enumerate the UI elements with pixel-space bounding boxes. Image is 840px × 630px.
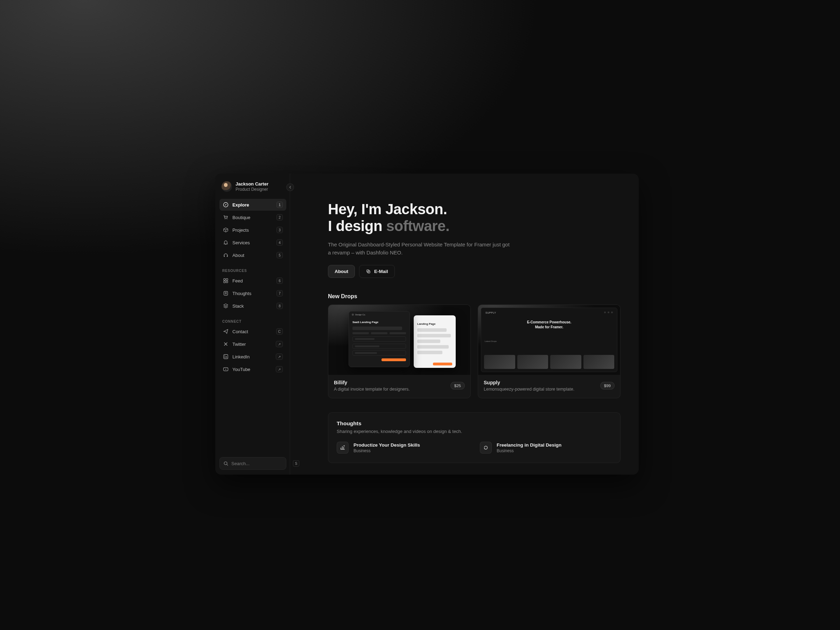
- youtube-icon: [223, 366, 229, 372]
- search-input[interactable]: [231, 461, 290, 466]
- preview-supply-window: SUPPLY E-Commerce Powerhouse. Made for F…: [481, 308, 617, 372]
- sidebar-collapse-button[interactable]: [286, 183, 294, 191]
- drop-price: $25: [450, 382, 465, 390]
- section-title-drops: New Drops: [328, 293, 621, 300]
- drop-thumbnail: Landing Page Design Co. SaaS Land: [328, 305, 471, 375]
- nav-item-label: Boutique: [232, 215, 273, 220]
- thoughts-subtitle: Sharing experiences, knowledge and video…: [337, 429, 612, 434]
- nav-item-stack[interactable]: Stack 8: [219, 300, 286, 312]
- preview-headline: Made for Framer.: [535, 325, 564, 329]
- nav-item-twitter[interactable]: Twitter ↗: [219, 338, 286, 350]
- nav-item-badge: 1: [276, 202, 283, 208]
- nav-item-thoughts[interactable]: Thoughts 7: [219, 287, 286, 299]
- search-icon: [223, 461, 229, 466]
- nav-item-label: Contact: [232, 329, 272, 334]
- drops-list: Landing Page Design Co. SaaS Land: [328, 305, 621, 398]
- drop-card-billify[interactable]: Landing Page Design Co. SaaS Land: [328, 305, 471, 398]
- nav-item-about[interactable]: About 5: [219, 249, 286, 261]
- nav-item-label: Stack: [232, 303, 273, 309]
- nav-item-badge: 6: [276, 278, 283, 284]
- hero-actions: About E-Mail: [328, 265, 621, 278]
- nav-item-badge: ↗: [276, 341, 283, 347]
- preview-brand: SUPPLY: [485, 311, 496, 314]
- preview-strip: [484, 355, 614, 369]
- drop-thumbnail: SUPPLY E-Commerce Powerhouse. Made for F…: [478, 305, 620, 375]
- cube-icon: [223, 227, 229, 233]
- drop-price: $99: [600, 382, 614, 390]
- nav-item-explore[interactable]: Explore 1: [219, 199, 286, 211]
- cart-icon: [223, 215, 229, 220]
- drop-card-supply[interactable]: SUPPLY E-Commerce Powerhouse. Made for F…: [478, 305, 621, 398]
- preview-title: Landing Page: [414, 319, 456, 326]
- group-label-connect: CONNECT: [219, 317, 286, 325]
- layers-icon: [223, 303, 229, 309]
- nav-item-badge: ↗: [276, 366, 283, 373]
- nav-item-badge: 5: [276, 252, 283, 258]
- profile-name: Jackson Carter: [235, 181, 268, 186]
- nav-item-youtube[interactable]: YouTube ↗: [219, 363, 286, 375]
- drop-title: Billify: [334, 380, 450, 385]
- button-label: E-Mail: [374, 269, 388, 274]
- nav-item-label: Thoughts: [232, 291, 273, 296]
- hero-subtitle: The Original Dashboard-Styled Personal W…: [328, 240, 510, 257]
- about-button[interactable]: About: [328, 265, 355, 278]
- app-shell: Jackson Carter Product Designer Explore …: [215, 174, 639, 475]
- preview-headline: E-Commerce Powerhouse.: [527, 320, 572, 324]
- thoughts-panel: Thoughts Sharing experiences, knowledge …: [328, 412, 621, 463]
- grid-icon: [223, 278, 229, 284]
- compass-icon: [223, 202, 229, 208]
- nav-item-label: Feed: [232, 278, 273, 284]
- preview-dark-window: Design Co. SaaS Landing Page: [349, 311, 410, 367]
- nav-item-contact[interactable]: Contact C: [219, 325, 286, 337]
- search-shortcut: S: [293, 460, 299, 467]
- profile-role: Product Designer: [235, 187, 268, 192]
- refresh-icon: [480, 442, 492, 453]
- nav-item-badge: 3: [276, 227, 283, 233]
- thought-item[interactable]: Productize Your Design Skills Business: [337, 442, 469, 453]
- nav-item-label: YouTube: [232, 367, 272, 372]
- thought-title: Productize Your Design Skills: [354, 442, 420, 448]
- nav-item-badge: 4: [276, 239, 283, 246]
- copy-icon: [366, 269, 371, 274]
- group-label-resources: RESOURCES: [219, 266, 286, 275]
- nav-item-linkedin[interactable]: LinkedIn ↗: [219, 351, 286, 363]
- nav-item-badge: 7: [276, 290, 283, 297]
- thought-item[interactable]: Freelancing in Digital Design Business: [480, 442, 612, 453]
- profile-block[interactable]: Jackson Carter Product Designer: [219, 179, 286, 199]
- nav-item-badge: C: [276, 328, 283, 335]
- drop-desc: A digital invoice template for designers…: [334, 387, 450, 392]
- x-logo-icon: [223, 341, 229, 347]
- drop-desc: Lemonsqueezy-powered digital store templ…: [484, 387, 600, 392]
- button-label: About: [335, 269, 348, 274]
- nav-item-boutique[interactable]: Boutique 2: [219, 212, 286, 223]
- nav-item-label: Services: [232, 240, 273, 245]
- search-bar[interactable]: S: [219, 457, 286, 470]
- nav-main: Explore 1 Boutique 2 Projects 3 Services…: [219, 199, 286, 261]
- email-button[interactable]: E-Mail: [359, 265, 395, 278]
- nav-item-projects[interactable]: Projects 3: [219, 224, 286, 236]
- nav-item-badge: ↗: [276, 354, 283, 360]
- nav-item-services[interactable]: Services 4: [219, 237, 286, 248]
- nav-item-label: Twitter: [232, 342, 272, 347]
- hero-title: Hey, I'm Jackson. I design software.: [328, 201, 621, 235]
- nav-item-feed[interactable]: Feed 6: [219, 275, 286, 287]
- thoughts-list: Productize Your Design Skills Business F…: [337, 442, 612, 453]
- nav-item-label: Explore: [232, 202, 273, 208]
- bell-icon: [223, 240, 229, 245]
- preview-strip-label: Latest Drops: [485, 340, 614, 342]
- chevron-left-icon: [288, 185, 292, 189]
- nav-item-label: About: [232, 253, 273, 258]
- thoughts-title: Thoughts: [337, 420, 612, 427]
- thought-title: Freelancing in Digital Design: [497, 442, 561, 448]
- headset-icon: [223, 253, 229, 258]
- nav-resources: Feed 6 Thoughts 7 Stack 8: [219, 275, 286, 312]
- hero-line1: Hey, I'm Jackson.: [328, 201, 447, 217]
- thought-category: Business: [354, 448, 420, 453]
- drop-title: Supply: [484, 380, 600, 385]
- main-content: Hey, I'm Jackson. I design software. The…: [290, 174, 639, 475]
- avatar: [221, 181, 232, 192]
- nav-item-badge: 2: [276, 214, 283, 221]
- nav-connect: Contact C Twitter ↗ LinkedIn ↗ YouTube ↗: [219, 325, 286, 375]
- preview-light-window: Landing Page: [414, 315, 456, 368]
- linkedin-icon: [223, 354, 229, 360]
